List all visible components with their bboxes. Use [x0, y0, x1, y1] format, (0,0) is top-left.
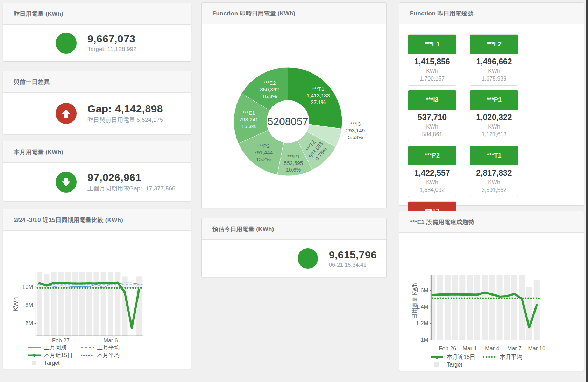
legend-item[interactable]: 本月平均 — [81, 352, 134, 359]
arrow-down-circle-icon — [56, 172, 77, 193]
tile-value: 537,710 — [408, 113, 456, 122]
legend-item[interactable]: Target — [28, 360, 81, 366]
panel-title[interactable]: 預估今日用電量 (KWh) — [212, 225, 274, 233]
svg-text:1.4M: 1.4M — [416, 304, 428, 310]
tile-unit: KWh — [470, 179, 518, 186]
legend-label: 本月近15日 — [44, 352, 73, 359]
tile-status-header: ***E2 — [470, 35, 518, 54]
stat-subtext: Target: 11,128,992 — [87, 46, 137, 53]
tile-unit: KWh — [408, 68, 456, 74]
svg-text:8M: 8M — [25, 302, 33, 308]
svg-text:Mar 10: Mar 10 — [528, 346, 545, 352]
stat-text: 9,667,073 Target: 11,128,992 — [87, 33, 137, 53]
panel-yesterday-usage: 昨日用電量 (KWh) 9,667,073 Target: 11,128,992 — [3, 3, 191, 62]
tile-unit: KWh — [470, 68, 518, 74]
tile-value: 1,496,662 — [470, 57, 518, 67]
legend-item[interactable]: 本月近15日 — [430, 354, 483, 361]
legend-label: 本月平均 — [500, 354, 522, 361]
legend-swatch-icon — [28, 345, 41, 350]
legend-item[interactable]: 上月平均 — [81, 344, 134, 352]
panel-body: 10M8M6MFeb 27Mar 6KWh 上月同期上月平均本月近15日本月平均… — [3, 231, 191, 369]
trend-legend: 本月近15日本月平均Target — [430, 353, 537, 369]
panel-header: Function 即時日用電量 (KWh) — [202, 3, 386, 24]
panel-title[interactable]: 本月用電量 (KWh) — [14, 148, 63, 156]
svg-text:Mar 1: Mar 1 — [463, 346, 477, 352]
tile-status-header: ***P2 — [408, 146, 456, 165]
panel-title[interactable]: 2/24~3/10 近15日同期用電量比較 (KWh) — [14, 216, 123, 224]
svg-text:10M: 10M — [22, 284, 33, 290]
panel-body: ***E11,415,856KWh1,700,157***E21,496,662… — [399, 24, 584, 205]
tile-status-header: ***E1 — [408, 35, 456, 54]
panel-header: 昨日用電量 (KWh) — [3, 3, 191, 25]
light-tile: ***P21,422,557KWh1,684,092 — [408, 146, 456, 197]
svg-text:***I3293,1495.63%: ***I3293,1495.63% — [346, 121, 365, 140]
tile-value: 2,817,832 — [470, 168, 518, 178]
svg-text:Feb 26: Feb 26 — [439, 346, 456, 352]
light-tile: ***E11,415,856KWh1,700,157 — [408, 34, 456, 86]
tile-status-header: ***P1 — [470, 90, 518, 110]
stat-value: Gap: 4,142,898 — [87, 103, 163, 115]
status-circle-icon — [56, 33, 77, 54]
legend-swatch-icon — [430, 362, 444, 367]
legend-item[interactable]: 上月同期 — [28, 344, 81, 352]
svg-text:5208057: 5208057 — [268, 116, 309, 127]
tile-status-header: ***I3 — [408, 90, 456, 110]
compare-legend: 上月同期上月平均本月近15日本月平均Target — [28, 344, 134, 367]
legend-label: Target — [44, 360, 59, 366]
tile-target: 1,700,157 — [408, 76, 456, 82]
legend-swatch-icon — [28, 353, 41, 358]
legend-swatch-icon — [81, 345, 94, 350]
svg-text:1.6M: 1.6M — [416, 287, 428, 293]
panel-day-gap: 與前一日差異 Gap: 4,142,898 昨日與前日用電量 5,524,175 — [3, 71, 191, 134]
panel-header: 2/24~3/10 近15日同期用電量比較 (KWh) — [3, 209, 191, 231]
tile-value: 1,415,856 — [408, 57, 456, 67]
stat-value: 9,615,796 — [329, 249, 377, 261]
legend-label: 本月近15日 — [447, 354, 475, 361]
tile-unit: KWh — [470, 124, 518, 130]
panel-body: ***T11,413,18327.1%***I3293,1495.63%***T… — [202, 24, 386, 208]
svg-text:1.2M: 1.2M — [416, 320, 428, 326]
tile-value: 1,020,322 — [470, 113, 518, 122]
svg-text:Mar 6: Mar 6 — [104, 338, 118, 343]
svg-text:Feb 27: Feb 27 — [52, 338, 70, 343]
tile-target: 1,684,092 — [408, 187, 456, 193]
trend-line-chart[interactable]: 1.6M1.4M1.2M1MFeb 26Mar 1Mar 4Mar 7Mar 1… — [399, 233, 583, 371]
stat-row: 9,615,796 06-21 15:34:41 — [202, 240, 386, 277]
tile-unit: KWh — [408, 179, 456, 186]
stat-value: 9,667,073 — [87, 33, 137, 45]
tile-status-header: ***T1 — [470, 146, 518, 165]
panel-compare-chart: 2/24~3/10 近15日同期用電量比較 (KWh) 10M8M6MFeb 2… — [3, 209, 191, 369]
arrow-up-circle-icon — [56, 103, 77, 124]
stat-subtext: 上個月同期用電Gap: -17,377,566 — [87, 185, 175, 193]
stat-row: 97,026,961 上個月同期用電Gap: -17,377,566 — [3, 163, 191, 201]
legend-label: 上月同期 — [44, 344, 66, 352]
svg-text:KWh: KWh — [12, 297, 19, 311]
light-tile: ***E21,496,662KWh1,675,939 — [470, 34, 518, 86]
panel-header: 預估今日用電量 (KWh) — [202, 218, 386, 240]
panel-title[interactable]: 昨日用電量 (KWh) — [14, 10, 63, 18]
panel-title[interactable]: Function 即時日用電量 (KWh) — [212, 9, 295, 18]
stat-row: 9,667,073 Target: 11,128,992 — [3, 25, 191, 61]
legend-item[interactable]: 本月平均 — [483, 354, 537, 361]
panel-yesterday-lights: Function 昨日用電燈號 ***E11,415,856KWh1,700,1… — [399, 2, 584, 206]
legend-item[interactable]: Target — [430, 362, 483, 368]
svg-text:6M: 6M — [25, 320, 33, 326]
panel-month-usage: 本月用電量 (KWh) 97,026,961 上個月同期用電Gap: -17,3… — [3, 141, 191, 201]
tile-target: 584,861 — [408, 131, 456, 138]
panel-title[interactable]: ***E1 設備用電達成趨勢 — [410, 218, 474, 226]
stat-subtext: 昨日與前日用電量 5,524,175 — [87, 116, 163, 124]
legend-swatch-icon — [81, 353, 94, 358]
panel-header: 與前一日差異 — [3, 71, 191, 93]
panel-title[interactable]: 與前一日差異 — [14, 78, 50, 86]
stat-text: Gap: 4,142,898 昨日與前日用電量 5,524,175 — [87, 103, 163, 124]
realtime-donut-chart[interactable]: ***T11,413,18327.1%***I3293,1495.63%***T… — [202, 24, 385, 207]
scrollbar[interactable] — [586, 0, 588, 382]
panel-header: ***E1 設備用電達成趨勢 — [399, 211, 584, 233]
panel-title[interactable]: Function 昨日用電燈號 — [410, 9, 473, 18]
panel-body: Gap: 4,142,898 昨日與前日用電量 5,524,175 — [3, 93, 191, 134]
legend-item[interactable]: 本月近15日 — [28, 352, 81, 359]
legend-swatch-icon — [430, 355, 444, 360]
light-tile: ***T12,817,832KWh3,591,562 — [470, 146, 518, 197]
stat-value: 97,026,961 — [87, 172, 175, 183]
panel-header: Function 昨日用電燈號 — [399, 3, 584, 24]
